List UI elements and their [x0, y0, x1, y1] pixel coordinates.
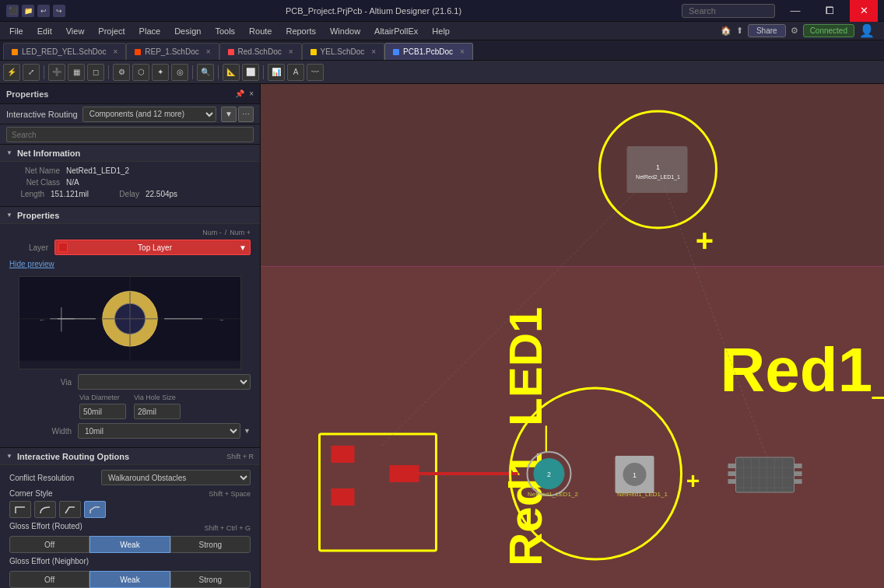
gloss-routed-off[interactable]: Off: [9, 536, 89, 553]
share-button[interactable]: Share: [748, 24, 786, 37]
corner-btn-3[interactable]: [59, 501, 81, 518]
redo-icon[interactable]: ↪: [53, 5, 65, 17]
toolbar-expand-btn[interactable]: ⤢: [23, 64, 40, 81]
layer-label: Layer: [9, 243, 48, 252]
toolbar-add-btn[interactable]: ➕: [48, 64, 65, 81]
menu-route[interactable]: Route: [243, 25, 278, 37]
via-diameter-input[interactable]: [79, 404, 126, 419]
tab-close-icon[interactable]: ×: [289, 47, 293, 56]
tab-dot: [12, 49, 18, 55]
tab-close-icon[interactable]: ×: [206, 47, 211, 56]
net-info-header[interactable]: ▼ Net Information: [0, 145, 260, 162]
toolbar-route-btn[interactable]: ⚡: [3, 64, 20, 81]
menu-view[interactable]: View: [60, 25, 91, 37]
undo-icon[interactable]: ↩: [37, 5, 50, 17]
tabs-row: LED_RED_YEL.SchDoc × REP_1.SchDoc × Red.…: [0, 40, 884, 61]
user-avatar[interactable]: 👤: [859, 23, 875, 38]
gloss-routed-weak[interactable]: Weak: [89, 536, 170, 553]
toolbar-settings-btn[interactable]: ⚙: [113, 64, 130, 81]
restore-button[interactable]: ⧠: [816, 0, 844, 22]
via-select[interactable]: [78, 374, 251, 390]
menu-reports[interactable]: Reports: [279, 25, 322, 37]
toolbar-sep3: [192, 65, 193, 79]
menu-window[interactable]: Window: [324, 25, 367, 37]
gloss-neighbor-strong[interactable]: Strong: [170, 571, 251, 588]
menu-help[interactable]: Help: [426, 25, 456, 37]
corner-label: Corner Style: [9, 489, 95, 498]
toolbar-star-btn[interactable]: ✦: [152, 64, 169, 81]
file-icon[interactable]: 📁: [22, 5, 34, 17]
canvas-area[interactable]: 1 NetRed2_LED1_1 + Red1_LED1 Red1_LED1 2: [261, 84, 884, 588]
toolbar-zoom-btn[interactable]: 🔍: [197, 64, 214, 81]
toolbar-sep2: [108, 65, 109, 79]
tab-close-icon[interactable]: ×: [371, 47, 376, 56]
toolbar-chart-btn[interactable]: 📊: [268, 64, 285, 81]
menu-file[interactable]: File: [3, 25, 30, 37]
menu-project[interactable]: Project: [92, 25, 131, 37]
connected-button[interactable]: Connected: [803, 24, 854, 37]
share-icon[interactable]: ⬆: [736, 26, 743, 36]
menu-place[interactable]: Place: [133, 25, 167, 37]
corner-btn-4[interactable]: [84, 501, 106, 518]
title-bar: ⬛ 📁 ↩ ↪ PCB_Project.PrjPcb - Altium Desi…: [0, 0, 884, 22]
ir-select[interactable]: Components (and 12 more): [82, 107, 216, 122]
panel-pin-icon[interactable]: 📌: [235, 89, 244, 98]
home-icon[interactable]: 🏠: [721, 26, 731, 36]
svg-rect-21: [332, 446, 355, 463]
ir-filter-btn[interactable]: ▼: [221, 107, 237, 122]
tab-close-icon[interactable]: ×: [460, 47, 465, 56]
tab-led-red-yel[interactable]: LED_RED_YEL.SchDoc ×: [3, 43, 126, 60]
main-layout: Properties 📌 × Interactive Routing Compo…: [0, 84, 884, 588]
corner-btn-2[interactable]: [34, 501, 56, 518]
toolbar-hex-btn[interactable]: ⬡: [132, 64, 149, 81]
toolbar-wave-btn[interactable]: 〰: [307, 64, 324, 81]
hide-preview-link[interactable]: Hide preview: [9, 260, 54, 268]
via-row: Via: [9, 374, 251, 390]
gloss-neighbor-weak[interactable]: Weak: [89, 571, 170, 588]
width-select[interactable]: 10mil: [78, 423, 240, 439]
settings-icon[interactable]: ⚙: [791, 26, 798, 36]
layer-select[interactable]: Top Layer ▼: [54, 240, 251, 255]
layer-dropdown-icon: ▼: [239, 243, 247, 252]
toolbar-box-btn[interactable]: ◻: [87, 64, 104, 81]
toolbar-rule-btn[interactable]: 📐: [223, 64, 240, 81]
num-minus: Num -: [202, 229, 222, 236]
tab-pcb1[interactable]: PCB1.PcbDoc ×: [384, 43, 473, 60]
properties-header[interactable]: ▼ Properties: [0, 207, 260, 224]
tab-close-icon[interactable]: ×: [113, 47, 118, 56]
iro-section: ▼ Interactive Routing Options Shift + R …: [0, 448, 260, 588]
tab-rep1[interactable]: REP_1.SchDoc ×: [126, 43, 219, 60]
panel-close-icon[interactable]: ×: [249, 89, 254, 98]
props-content: ▼ Net Information Net Name NetRed1_LED1_…: [0, 145, 260, 588]
conflict-select[interactable]: Walkaround Obstacles: [101, 470, 251, 485]
tab-red[interactable]: Red.SchDoc ×: [219, 43, 302, 60]
iro-header[interactable]: ▼ Interactive Routing Options Shift + R: [0, 448, 260, 465]
close-button[interactable]: ✕: [850, 0, 878, 22]
svg-text:+: +: [686, 467, 700, 493]
toolbar-rect-btn[interactable]: ⬜: [242, 64, 259, 81]
net-info-arrow: ▼: [6, 149, 12, 156]
menu-tools[interactable]: Tools: [209, 25, 241, 37]
tab-yel[interactable]: YEL.SchDoc ×: [302, 43, 385, 60]
minimize-button[interactable]: —: [781, 0, 809, 22]
conflict-label: Conflict Resolution: [9, 474, 95, 482]
corner-style-container: Corner Style Shift + Space: [9, 489, 251, 518]
gloss-routed-shortcut: Shift + Ctrl + G: [204, 524, 251, 532]
menu-design[interactable]: Design: [168, 25, 207, 37]
upper-net-label: NetRed2_LED1_1: [636, 174, 680, 180]
toolbar-text-btn[interactable]: A: [287, 64, 304, 81]
menu-altair[interactable]: AltairPollEx: [368, 25, 424, 37]
gloss-neighbor-off[interactable]: Off: [9, 571, 89, 588]
via-hole-input[interactable]: [134, 404, 181, 419]
corner-btn-1[interactable]: [9, 501, 31, 518]
ir-more-btn[interactable]: ⋯: [238, 107, 254, 122]
toolbar-grid-btn[interactable]: ▦: [68, 64, 85, 81]
menu-edit[interactable]: Edit: [31, 25, 58, 37]
gloss-routed-strong[interactable]: Strong: [170, 536, 251, 553]
title-search-input[interactable]: [682, 4, 775, 18]
tab-label: YEL.SchDoc: [321, 47, 365, 56]
panel-search-input[interactable]: [6, 127, 254, 142]
net-info-section: ▼ Net Information Net Name NetRed1_LED1_…: [0, 145, 260, 207]
svg-text:2: 2: [547, 471, 551, 478]
toolbar-circle-btn[interactable]: ◎: [171, 64, 188, 81]
